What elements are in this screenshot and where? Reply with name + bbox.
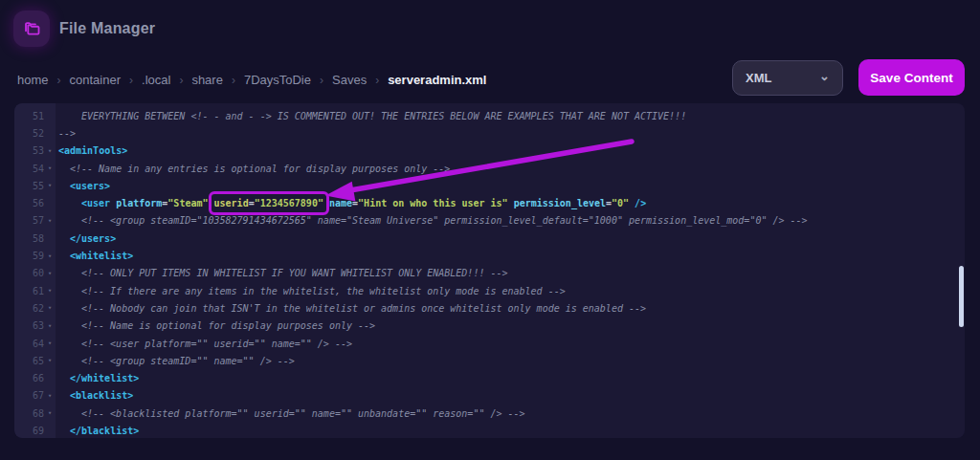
fold-arrow-icon[interactable]: ▾ [44,270,56,277]
line-number: 60 [14,268,44,278]
save-content-button[interactable]: Save Content [858,59,965,96]
fold-arrow-icon[interactable]: ▾ [44,182,56,189]
breadcrumb-separator-icon: › [129,74,133,87]
fold-arrow-icon[interactable]: ▾ [44,217,56,225]
code-line[interactable]: 57▾<!-- <group steamID="1035827914346725… [14,212,965,230]
fold-arrow-icon[interactable]: ▾ [44,304,56,312]
line-number: 66 [14,373,44,383]
breadcrumb-item[interactable]: home [17,73,49,87]
breadcrumb-separator-icon: › [179,74,183,87]
breadcrumb-separator-icon: › [232,74,235,87]
code-text: <!-- Name in any entries is optional for… [56,164,450,174]
code-text: <whitelist> [56,251,133,261]
file-type-select[interactable]: XML ⌄ [732,60,843,96]
line-number: 67 [14,390,44,401]
breadcrumb-item[interactable]: 7DaysToDie [244,73,311,87]
breadcrumb: home›container›.local›share›7DaysToDie›S… [17,73,486,87]
userid-highlight-box: userid="1234567890" [214,198,323,208]
chevron-down-icon: ⌄ [819,74,830,79]
code-line[interactable]: 64▾<!-- <user platform="" userid="" name… [14,335,965,352]
code-lines: 51EVERYTHING BETWEEN <!- - and - -> IS C… [14,107,965,438]
code-line[interactable]: 52--> [14,124,965,142]
code-line[interactable]: 69</blacklist> [14,422,965,438]
code-text: <users> [56,181,110,191]
code-line[interactable]: 59▾<whitelist> [14,247,965,264]
folder-icon [21,18,42,39]
code-text: <!-- <blacklisted platform="" userid="" … [56,408,525,419]
fold-arrow-icon[interactable]: ▾ [44,252,56,260]
fold-arrow-icon[interactable]: ▾ [44,164,56,172]
line-number: 52 [14,128,44,139]
app-logo-tile [13,11,50,47]
code-text: <!-- Nobody can join that ISN'T in the w… [56,303,646,314]
line-number: 57 [14,215,44,226]
line-number: 56 [14,198,44,208]
code-text: <!-- Name is optional for display purpos… [56,320,375,331]
file-type-select-value: XML [746,71,771,85]
fold-arrow-icon[interactable]: ▾ [44,357,56,364]
fold-arrow-icon[interactable]: ▾ [44,392,56,400]
code-line[interactable]: 68▾<!-- <blacklisted platform="" userid=… [14,405,965,422]
line-number: 51 [14,111,44,121]
code-text: --> [56,128,76,139]
line-number: 69 [14,426,44,436]
code-text: <blacklist> [56,390,133,401]
code-text: </whitelist> [56,373,139,383]
code-editor[interactable]: 51EVERYTHING BETWEEN <!- - and - -> IS C… [14,103,965,438]
breadcrumb-separator-icon: › [320,74,323,87]
breadcrumb-separator-icon: › [57,74,61,87]
code-line[interactable]: 54▾<!-- Name in any entries is optional … [14,160,965,177]
breadcrumb-item[interactable]: container [70,73,121,87]
code-line[interactable]: 66</whitelist> [14,369,965,386]
code-line[interactable]: 62▾<!-- Nobody can join that ISN'T in th… [14,299,965,317]
fold-arrow-icon[interactable]: ▾ [44,409,56,417]
code-line[interactable]: 55▾<users> [14,177,965,194]
code-text: EVERYTHING BETWEEN <!- - and - -> IS COM… [56,111,686,121]
breadcrumb-separator-icon: › [375,74,379,87]
code-text: <!-- <user platform="" userid="" name=""… [56,339,352,349]
line-number: 63 [14,320,44,331]
fold-arrow-icon[interactable]: ▾ [44,147,56,155]
code-text: </blacklist> [56,426,139,436]
code-line[interactable]: 61▾<!-- If there are any items in the wh… [14,282,965,299]
code-line[interactable]: 58</users> [14,230,965,247]
code-text: <!-- ONLY PUT ITEMS IN WHITELIST IF YOU … [56,268,508,278]
line-number: 61 [14,286,44,296]
line-number: 62 [14,303,44,314]
code-text: </users> [56,233,116,244]
code-line[interactable]: 65▾<!-- <group steamID="" name="" /> --> [14,352,965,369]
code-line[interactable]: 67▾<blacklist> [14,387,965,405]
fold-arrow-icon[interactable]: ▾ [44,287,56,295]
line-number: 68 [14,408,44,419]
code-text: <adminTools> [56,145,127,156]
code-line[interactable]: 63▾<!-- Name is optional for display pur… [14,318,965,335]
line-number: 58 [14,233,44,244]
code-line[interactable]: 56<user platform="Steam" userid="1234567… [14,194,965,211]
line-number: 54 [14,164,44,174]
code-text: <!-- <group steamID="103582791434672565"… [56,215,808,226]
editor-scrollbar-thumb[interactable] [959,266,964,327]
code-text: <!-- If there are any items in the white… [56,286,566,296]
line-number: 59 [14,251,44,261]
fold-arrow-icon[interactable]: ▾ [44,322,56,330]
code-text: <!-- <group steamID="" name="" /> --> [56,356,295,366]
page-title: File Manager [59,20,155,37]
code-line[interactable]: 53▾<adminTools> [14,142,965,160]
breadcrumb-item[interactable]: serveradmin.xml [388,73,486,87]
breadcrumb-item[interactable]: Saves [332,73,367,87]
breadcrumb-item[interactable]: .local [142,73,170,87]
breadcrumb-item[interactable]: share [191,73,223,87]
code-text: <user platform="Steam" userid="123456789… [56,198,646,208]
fold-arrow-icon[interactable]: ▾ [44,340,56,347]
line-number: 55 [14,181,44,191]
line-number: 53 [14,145,44,156]
line-number: 65 [14,356,44,366]
line-number: 64 [14,339,44,349]
code-line[interactable]: 60▾<!-- ONLY PUT ITEMS IN WHITELIST IF Y… [14,265,965,282]
code-line[interactable]: 51EVERYTHING BETWEEN <!- - and - -> IS C… [14,107,965,124]
